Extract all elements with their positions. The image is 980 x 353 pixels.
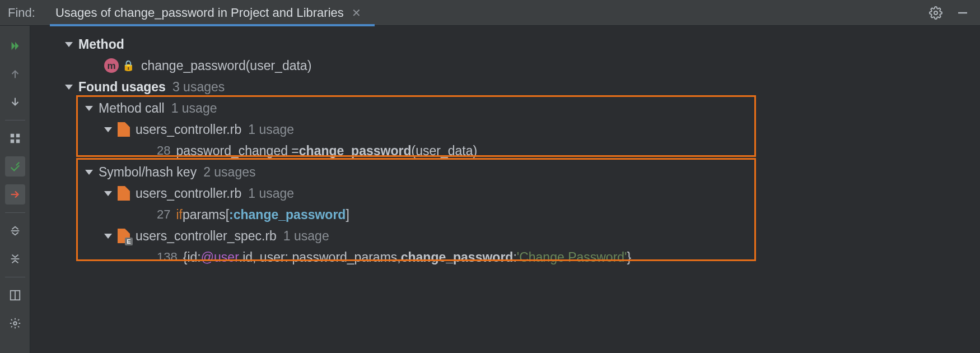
svg-point-0 — [934, 11, 937, 15]
highlight-box — [76, 158, 756, 261]
find-label: Find: — [8, 6, 35, 20]
tree-node-method-header[interactable]: Method — [30, 34, 980, 55]
next-occurrence-icon[interactable] — [5, 92, 25, 112]
ruby-file-icon — [118, 186, 130, 201]
chevron-down-icon[interactable] — [65, 42, 73, 47]
lock-icon: 🔒 — [122, 61, 134, 71]
ruby-file-icon — [118, 229, 130, 243]
svg-rect-3 — [16, 134, 19, 137]
find-toolwindow-header: Find: Usages of change_password in Proje… — [0, 0, 980, 26]
tree-node-method-signature[interactable]: m 🔒 change_password(user_data) — [30, 55, 980, 76]
usage-count: 3 usages — [172, 81, 225, 94]
toolbar-separator — [5, 120, 25, 120]
toolbar-separator — [5, 212, 25, 213]
ruby-file-icon — [118, 122, 130, 137]
prev-occurrence-icon[interactable] — [5, 64, 25, 84]
svg-rect-2 — [10, 134, 13, 137]
show-write-access-icon[interactable] — [5, 184, 25, 205]
group-by-icon[interactable] — [5, 128, 25, 148]
svg-point-10 — [13, 322, 17, 325]
minimize-icon[interactable] — [953, 3, 972, 22]
usages-tree[interactable]: Method m 🔒 change_password(user_data) Fo… — [30, 26, 980, 353]
gear-icon[interactable] — [926, 3, 945, 22]
show-read-access-icon[interactable] — [5, 156, 25, 176]
highlight-box — [76, 95, 756, 157]
tree-node-found-usages[interactable]: Found usages 3 usages — [30, 76, 980, 97]
toolbar-separator — [5, 277, 25, 277]
find-toolbar — [0, 26, 30, 353]
find-tab[interactable]: Usages of change_password in Project and… — [55, 0, 361, 26]
expand-all-icon[interactable] — [5, 221, 25, 241]
svg-rect-5 — [16, 140, 19, 143]
preview-icon[interactable] — [5, 285, 25, 305]
svg-rect-4 — [10, 140, 13, 143]
method-badge-icon: m — [104, 58, 119, 73]
node-label: Method — [78, 38, 124, 51]
settings-icon[interactable] — [5, 313, 25, 333]
method-signature: change_password(user_data) — [141, 59, 311, 72]
node-label: Found usages — [78, 81, 166, 94]
close-icon[interactable]: ✕ — [352, 7, 361, 18]
find-tab-title: Usages of change_password in Project and… — [55, 6, 344, 20]
rerun-icon[interactable] — [5, 36, 25, 56]
collapse-all-icon[interactable] — [5, 249, 25, 269]
chevron-down-icon[interactable] — [65, 85, 73, 90]
